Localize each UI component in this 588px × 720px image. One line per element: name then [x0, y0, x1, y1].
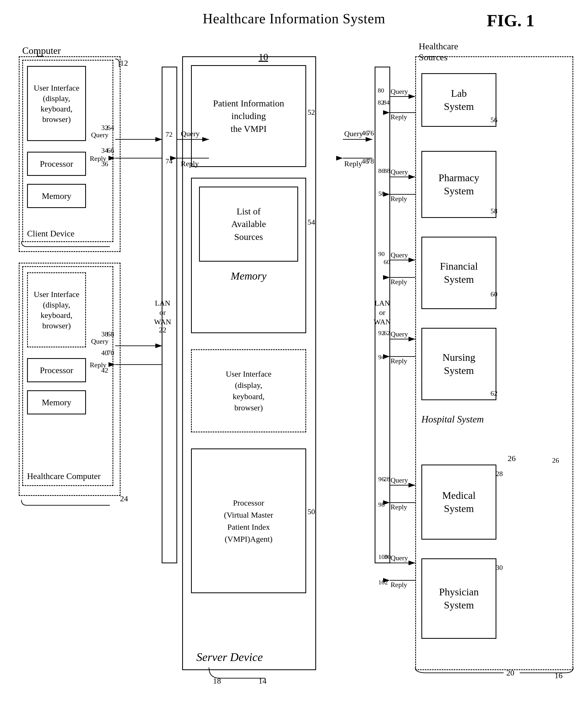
patient-info-box: Patient Informationincludingthe VMPI — [191, 65, 306, 167]
svg-text:62: 62 — [384, 329, 390, 336]
list-sources-label: List ofAvailableSources — [231, 205, 266, 243]
client-ui-label: User Interface(display,keyboard,browser) — [34, 83, 80, 124]
svg-text:Query: Query — [391, 88, 408, 96]
svg-text:102: 102 — [378, 579, 388, 586]
lab-system-box: LabSystem — [421, 73, 497, 127]
svg-text:Query: Query — [344, 129, 363, 138]
client-device-label: Client Device — [27, 229, 75, 239]
server-processor-label: Processor(Virtual MasterPatient Index(VM… — [224, 497, 273, 545]
pharmacy-system-box: PharmacySystem — [421, 151, 497, 218]
svg-text:Reply: Reply — [391, 278, 407, 286]
patient-info-label: Patient Informationincludingthe VMPI — [213, 97, 284, 135]
svg-text:Query: Query — [391, 168, 408, 176]
server-device-label: Server Device — [196, 650, 263, 664]
num-60: 60 — [490, 290, 498, 298]
medical-system-label: MedicalSystem — [442, 489, 476, 516]
svg-text:74: 74 — [166, 157, 172, 165]
svg-text:72: 72 — [166, 131, 172, 138]
hc-computer-inner-box: User Interface(display,keyboard,browser)… — [22, 266, 113, 486]
svg-text:48: 48 — [362, 157, 369, 165]
lab-system-label: LabSystem — [444, 87, 474, 113]
hc-processor-label: Processor — [40, 365, 73, 375]
svg-text:28: 28 — [384, 476, 390, 482]
svg-text:88: 88 — [384, 167, 390, 174]
svg-text:18: 18 — [213, 676, 221, 685]
num-50: 50 — [308, 507, 315, 516]
server-ui-label: User Interface(display,keyboard,browser) — [226, 368, 272, 413]
nursing-system-box: NursingSystem — [421, 328, 497, 400]
pharmacy-system-label: PharmacySystem — [439, 171, 479, 198]
hc-processor-box: Processor — [27, 358, 86, 382]
num-54: 54 — [308, 218, 315, 226]
svg-text:80: 80 — [378, 87, 384, 94]
svg-text:92: 92 — [378, 329, 385, 336]
computer-outer-box: Computer User Interface(display,keyboard… — [19, 56, 121, 252]
svg-rect-25 — [375, 67, 390, 563]
svg-text:or: or — [379, 308, 385, 317]
financial-system-label: FinancialSystem — [440, 260, 478, 286]
client-memory-label: Memory — [42, 191, 71, 201]
memory-section-box: List ofAvailableSources Memory — [191, 178, 306, 333]
num-26: 26 — [552, 457, 559, 464]
hospital-system-label: Hospital System — [421, 414, 484, 425]
svg-text:98: 98 — [378, 501, 385, 508]
svg-text:86: 86 — [378, 167, 385, 174]
client-processor-label: Processor — [40, 159, 73, 169]
svg-text:Query: Query — [391, 330, 408, 338]
healthcare-sources-label: HealthcareSources — [419, 41, 458, 63]
hc-ui-box: User Interface(display,keyboard,browser) — [27, 272, 86, 347]
svg-text:30: 30 — [384, 553, 391, 560]
server-ui-box: User Interface(display,keyboard,browser) — [191, 349, 306, 433]
svg-text:78: 78 — [367, 157, 374, 165]
physician-system-box: PhysicianSystem — [421, 558, 497, 639]
svg-text:Reply: Reply — [391, 503, 407, 511]
svg-text:WAN: WAN — [154, 318, 171, 326]
num-62: 62 — [490, 389, 498, 398]
client-memory-box: Memory — [27, 184, 86, 208]
svg-text:Reply: Reply — [344, 160, 362, 168]
svg-text:100: 100 — [378, 553, 388, 560]
svg-text:Query: Query — [391, 554, 408, 562]
financial-system-box: FinancialSystem — [421, 237, 497, 309]
client-processor-box: Processor — [27, 152, 86, 176]
svg-text:90: 90 — [378, 251, 385, 257]
svg-text:Reply: Reply — [391, 113, 407, 121]
svg-text:or: or — [160, 308, 166, 317]
svg-text:12: 12 — [120, 58, 128, 67]
svg-text:22: 22 — [159, 326, 166, 334]
svg-text:60: 60 — [384, 258, 390, 265]
svg-text:Reply: Reply — [391, 581, 407, 589]
num-58: 58 — [490, 207, 498, 215]
svg-text:84: 84 — [383, 99, 390, 106]
server-processor-box: Processor(Virtual MasterPatient Index(VM… — [191, 448, 306, 593]
hc-ui-label: User Interface(display,keyboard,browser) — [34, 289, 80, 331]
fig-label: FIG. 1 — [487, 11, 534, 31]
medical-system-box: MedicalSystem — [421, 464, 497, 540]
healthcare-sources-outer: HealthcareSources LabSystem 56 PharmacyS… — [415, 56, 573, 670]
svg-text:76: 76 — [367, 129, 374, 137]
svg-text:82: 82 — [378, 99, 384, 106]
svg-text:94: 94 — [378, 354, 385, 361]
hc-computer-outer-box: User Interface(display,keyboard,browser)… — [19, 263, 121, 496]
physician-system-label: PhysicianSystem — [439, 585, 479, 612]
svg-rect-2 — [162, 67, 177, 563]
svg-text:LAN: LAN — [375, 299, 390, 307]
client-ui-box: User Interface(display,keyboard,browser) — [27, 66, 86, 141]
svg-text:96: 96 — [378, 476, 385, 482]
num-52: 52 — [308, 108, 315, 117]
svg-text:16: 16 — [554, 671, 563, 680]
hc-computer-label: Healthcare Computer — [27, 471, 101, 481]
num-28: 28 — [496, 470, 503, 478]
hc-memory-label: Memory — [42, 398, 71, 407]
svg-text:WAN: WAN — [374, 318, 391, 326]
svg-text:Reply: Reply — [391, 195, 407, 203]
svg-text:Query: Query — [391, 251, 408, 259]
svg-text:14: 14 — [258, 676, 267, 685]
svg-text:46: 46 — [362, 129, 369, 137]
server-outer-box: Patient Informationincludingthe VMPI 52 … — [182, 56, 316, 670]
computer-label: Computer — [22, 45, 61, 56]
memory-server-label: Memory — [231, 270, 266, 282]
svg-text:58: 58 — [378, 190, 385, 197]
list-sources-box: List ofAvailableSources — [199, 186, 298, 262]
svg-text:Query: Query — [391, 476, 408, 484]
